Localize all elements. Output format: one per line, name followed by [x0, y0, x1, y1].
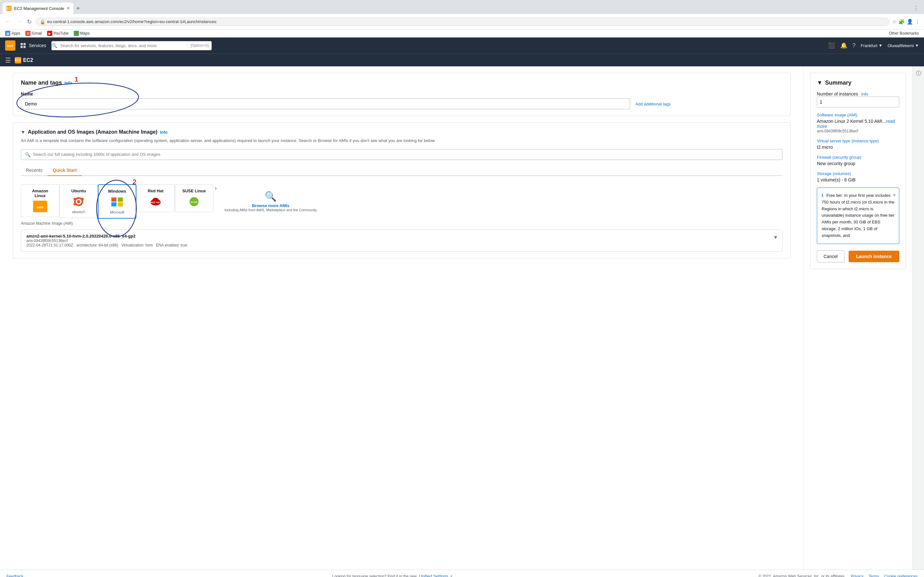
tab-close-button[interactable]: ×	[67, 5, 69, 11]
bookmark-gmail[interactable]: M Gmail	[25, 31, 42, 36]
nav-hamburger-icon[interactable]: ☰	[5, 56, 11, 64]
unified-settings-link[interactable]: Unified Settings	[419, 574, 448, 577]
summary-software-image: Software Image (AMI) Amazon Linux 2 Kern…	[817, 113, 899, 133]
extensions-button[interactable]: 🧩	[898, 19, 905, 25]
ami-detail-chevron-icon[interactable]: ▾	[774, 234, 777, 241]
firewall-label[interactable]: Firewall (security group)	[817, 155, 899, 160]
aws-logo[interactable]: aws	[5, 40, 15, 51]
terms-link[interactable]: Terms	[869, 574, 879, 577]
region-selector[interactable]: Frankfurt ▼	[861, 43, 883, 48]
ami-detail-id: ami-09439f09c55136ecf	[26, 239, 771, 243]
ami-detail-ena: ENA enabled: true	[156, 243, 187, 247]
reload-button[interactable]: ↻	[26, 17, 33, 27]
aws-nav: ☰ EC2 EC2	[0, 53, 924, 66]
gmail-icon: M	[25, 31, 31, 36]
bookmark-maps[interactable]: 📍 Maps	[74, 31, 89, 36]
nav-service: EC2 EC2	[15, 57, 33, 63]
summary-firewall: Firewall (security group) New security g…	[817, 155, 899, 166]
launch-instance-button[interactable]: Launch instance	[849, 251, 899, 262]
aws-search-bar[interactable]: 🔍 [Option+S]	[51, 41, 212, 50]
ami-card-suse[interactable]: SUSE Linux SUSE	[175, 184, 213, 212]
ami-cards-row: 2 AmazonLinux aws Ubuntu	[21, 181, 782, 219]
active-tab[interactable]: EC EC2 Management Console ×	[3, 3, 73, 14]
ami-detail-meta: 2022-04-28T21:51:17.000Z architecture: 6…	[26, 243, 771, 247]
num-instances-info[interactable]: Info	[861, 92, 868, 97]
name-tags-info-link[interactable]: Info	[65, 81, 72, 85]
grid-icon-cell	[21, 46, 23, 48]
search-magnify-icon: 🔍	[265, 191, 276, 202]
ami-card-logo-windows	[109, 195, 125, 208]
bookmark-youtube[interactable]: ▶ YouTube	[47, 31, 69, 36]
tab-bar: EC EC2 Management Console × + ⋮	[0, 0, 924, 14]
browse-more-label: Browse more AMIs	[252, 203, 289, 208]
url-bar[interactable]: 🔒 eu-central-1.console.aws.amazon.com/ec…	[36, 18, 889, 26]
cards-next-button[interactable]: ›	[213, 184, 218, 192]
ami-detail-content: amzn2-ami-kernel-5.10-hvm-2.0.20220426.0…	[26, 234, 771, 247]
user-menu[interactable]: Oluwafifekemi ▼	[887, 43, 919, 48]
browse-more-amis[interactable]: 🔍 Browse more AMIs Including AMIs from A…	[218, 184, 323, 218]
other-bookmarks-label[interactable]: Other Bookmarks	[889, 31, 919, 35]
url-text: eu-central-1.console.aws.amazon.com/ec2/…	[47, 19, 885, 24]
num-instances-input[interactable]	[817, 97, 899, 107]
aws-logo-icon: aws	[5, 40, 15, 51]
cloud-shell-icon[interactable]: ⬛	[828, 42, 835, 49]
ami-card-logo-redhat: RED HAT	[148, 195, 164, 208]
bookmark-apps[interactable]: ▦ Apps	[5, 31, 20, 36]
ami-search-input[interactable]	[33, 152, 779, 157]
virtual-server-label[interactable]: Virtual server type (instance type)	[817, 139, 899, 143]
aws-search-input[interactable]	[57, 41, 188, 50]
name-field: 1 Name Add additional tags	[21, 91, 782, 109]
svg-text:aws: aws	[37, 205, 44, 209]
browser-chrome: EC EC2 Management Console × + ⋮ ← → ↻ 🔒 …	[0, 0, 924, 37]
software-image-label[interactable]: Software Image (AMI)	[817, 113, 899, 117]
ami-info-link[interactable]: Info	[160, 130, 168, 135]
name-tags-title-text: Name and tags	[21, 79, 62, 86]
ami-card-ubuntu[interactable]: Ubuntu ubuntu©	[59, 184, 98, 218]
info-panel-icon[interactable]: ⓘ	[916, 70, 921, 77]
region-label: Frankfurt	[861, 43, 877, 48]
ami-detail-arch: architecture: 64-bit (x86)	[76, 243, 118, 247]
num-instances-label: Number of instances Info	[817, 91, 899, 97]
ami-detail-date: 2022-04-28T21:51:17.000Z	[26, 243, 73, 247]
firewall-value: New security group	[817, 161, 899, 166]
free-tier-close-button[interactable]: ×	[893, 191, 896, 199]
menu-button[interactable]: ⋮	[915, 19, 920, 25]
ami-card-windows[interactable]: Windows Microsoft	[98, 184, 136, 219]
ami-search-icon: 🔍	[25, 152, 31, 157]
svg-rect-14	[111, 202, 116, 206]
summary-collapse-icon[interactable]: ▼	[817, 79, 822, 86]
privacy-link[interactable]: Privacy	[851, 574, 863, 577]
ami-collapse-icon[interactable]: ▼	[21, 129, 25, 135]
ami-search-bar[interactable]: 🔍	[21, 149, 782, 160]
storage-label[interactable]: Storage (volumes)	[817, 171, 899, 176]
svg-rect-13	[118, 197, 123, 201]
browse-more-sub: Including AMIs from AWS, Marketplace and…	[225, 208, 317, 212]
ec2-service-name[interactable]: EC2	[23, 57, 33, 63]
svg-point-9	[73, 198, 76, 200]
ami-card-label-windows: Windows	[108, 189, 126, 193]
maps-label: Maps	[80, 31, 89, 35]
notifications-icon[interactable]: 🔔	[840, 42, 847, 49]
help-icon[interactable]: ?	[853, 42, 856, 49]
cookie-preferences-link[interactable]: Cookie preferences	[884, 574, 918, 577]
tab-recents[interactable]: Recents	[21, 165, 47, 176]
feedback-link[interactable]: Feedback	[6, 574, 23, 577]
name-input[interactable]	[21, 98, 630, 109]
new-tab-button[interactable]: +	[73, 5, 82, 12]
ami-card-redhat[interactable]: Red Hat RED HAT	[136, 184, 175, 212]
tab-quickstart[interactable]: Quick Start	[47, 165, 82, 176]
services-button[interactable]: Services	[21, 43, 46, 48]
ami-card-amazon-linux[interactable]: AmazonLinux aws	[21, 184, 59, 217]
add-tags-link[interactable]: Add additional tags	[635, 102, 671, 106]
name-label: Name	[21, 91, 782, 97]
maps-icon: 📍	[74, 31, 79, 36]
bookmark-star-button[interactable]: ☆	[892, 19, 897, 25]
user-profile-button[interactable]: 👤	[907, 19, 913, 25]
tab-menu-button[interactable]: ⋮	[911, 5, 921, 12]
aws-header-icons: ⬛ 🔔 ? Frankfurt ▼ Oluwafifekemi ▼	[828, 42, 919, 49]
bookmarks-bar: ▦ Apps M Gmail ▶ YouTube 📍 Maps Other Bo…	[0, 29, 924, 37]
virtual-server-value: t2.micro	[817, 145, 899, 150]
back-button[interactable]: ←	[4, 17, 12, 26]
forward-button[interactable]: →	[15, 17, 23, 26]
cancel-button[interactable]: Cancel	[817, 250, 845, 263]
